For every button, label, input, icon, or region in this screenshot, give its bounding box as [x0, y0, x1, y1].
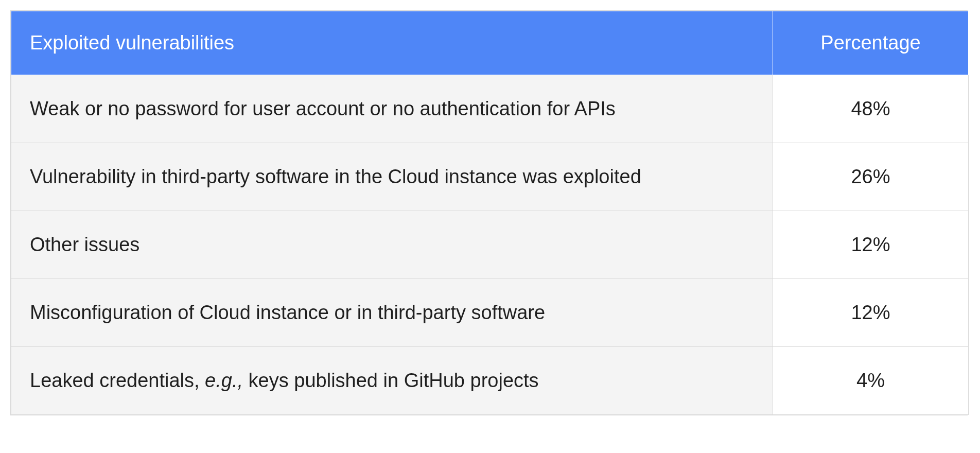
- table-row: Weak or no password for user account or …: [11, 75, 969, 143]
- vulnerability-label: Leaked credentials, e.g., keys published…: [11, 347, 773, 415]
- table-row: Other issues 12%: [11, 211, 969, 279]
- vulnerability-percentage: 26%: [773, 143, 969, 211]
- vulnerability-label: Vulnerability in third-party software in…: [11, 143, 773, 211]
- vulnerability-label: Weak or no password for user account or …: [11, 75, 773, 143]
- vulnerability-label: Other issues: [11, 211, 773, 279]
- vulnerability-percentage: 48%: [773, 75, 969, 143]
- table-row: Misconfiguration of Cloud instance or in…: [11, 279, 969, 347]
- vulnerability-percentage: 12%: [773, 211, 969, 279]
- vulnerability-percentage: 4%: [773, 347, 969, 415]
- vulnerability-percentage: 12%: [773, 279, 969, 347]
- column-header-percentage: Percentage: [773, 11, 969, 75]
- table-row: Vulnerability in third-party software in…: [11, 143, 969, 211]
- column-header-vulnerabilities: Exploited vulnerabilities: [11, 11, 773, 75]
- vulnerabilities-table: Exploited vulnerabilities Percentage Wea…: [11, 11, 969, 415]
- vulnerabilities-table-wrap: Exploited vulnerabilities Percentage Wea…: [10, 10, 968, 415]
- table-header-row: Exploited vulnerabilities Percentage: [11, 11, 969, 75]
- label-suffix: keys published in GitHub projects: [243, 370, 539, 391]
- label-em: e.g.,: [205, 370, 243, 391]
- label-prefix: Leaked credentials,: [30, 370, 205, 391]
- vulnerability-label: Misconfiguration of Cloud instance or in…: [11, 279, 773, 347]
- table-row: Leaked credentials, e.g., keys published…: [11, 347, 969, 415]
